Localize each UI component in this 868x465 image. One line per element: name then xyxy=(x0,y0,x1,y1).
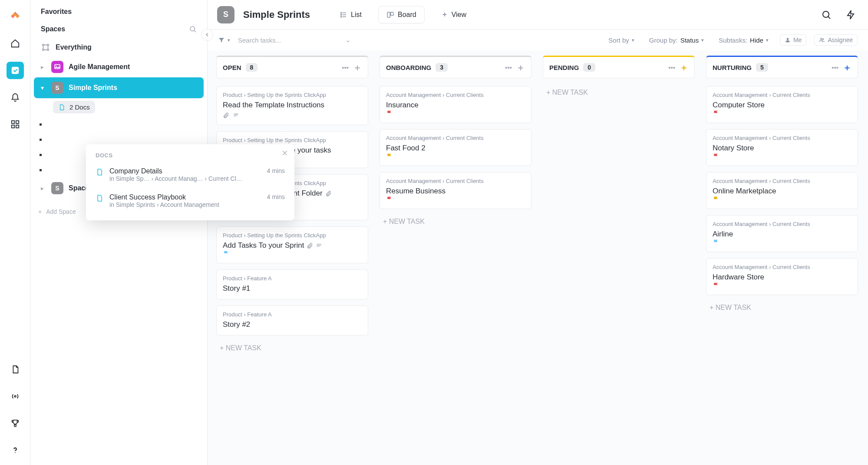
svg-point-22 xyxy=(822,39,824,40)
help-icon[interactable] xyxy=(7,442,24,459)
svg-point-21 xyxy=(821,38,822,40)
column-header[interactable]: OPEN8•••＋ xyxy=(216,56,368,78)
tasks-icon[interactable] xyxy=(7,62,24,79)
space-avatar: S xyxy=(51,82,63,94)
assignee-filter-button[interactable]: Assignee xyxy=(814,34,858,46)
group-by-button[interactable]: Group by: Status ▾ xyxy=(646,35,707,46)
tab-board[interactable]: Board xyxy=(378,6,425,23)
search-icon[interactable] xyxy=(818,7,834,23)
svg-rect-2 xyxy=(16,121,18,123)
chevron-down-icon: ▾ xyxy=(766,37,769,43)
notifications-icon[interactable] xyxy=(7,89,24,106)
card-title: Story #2 xyxy=(223,320,362,329)
task-card[interactable]: Product › Setting Up the Sprints ClickAp… xyxy=(216,226,368,263)
docs-icon[interactable] xyxy=(7,361,24,378)
svg-point-20 xyxy=(787,38,789,40)
search-icon[interactable] xyxy=(189,25,197,33)
subtasks-button[interactable]: Subtasks: Hide ▾ xyxy=(715,35,772,46)
docs-popover-item[interactable]: Client Success Playbookin Simple Sprints… xyxy=(86,189,294,215)
add-task-icon[interactable]: ＋ xyxy=(516,62,525,73)
card-breadcrumbs: Product › Setting Up the Sprints ClickAp… xyxy=(223,92,362,98)
task-card[interactable]: Account Management › Current ClientsHard… xyxy=(706,258,858,295)
attachment-icon xyxy=(325,190,332,197)
svg-point-19 xyxy=(823,11,829,17)
broadcast-icon[interactable] xyxy=(7,388,24,405)
doc-name: Client Success Playbook xyxy=(109,193,257,201)
tab-label: Board xyxy=(398,11,416,19)
column-title: PENDING xyxy=(549,64,579,71)
column-header[interactable]: ONBOARDING3•••＋ xyxy=(380,56,531,78)
new-task-button[interactable]: + NEW TASK xyxy=(380,215,531,228)
docs-popover-item[interactable]: Company Detailsin Simple Sp… › Account M… xyxy=(86,163,294,189)
favorites-heading[interactable]: Favorites xyxy=(30,0,207,21)
plus-icon: ＋ xyxy=(441,10,448,19)
sidebar-item-agile[interactable]: ▸ Agile Management xyxy=(34,56,204,77)
app-logo[interactable] xyxy=(7,8,24,25)
sort-by-button[interactable]: Sort by ▾ xyxy=(605,35,638,46)
sidebar-item-everything[interactable]: Everything xyxy=(34,38,204,56)
add-task-icon[interactable]: ＋ xyxy=(353,62,362,73)
new-task-button[interactable]: + NEW TASK xyxy=(216,342,368,355)
docs-popover-title: DOCS xyxy=(86,152,294,163)
space-avatar[interactable]: S xyxy=(217,6,234,23)
task-card[interactable]: Product › Feature AStory #2 xyxy=(216,306,368,335)
close-icon[interactable] xyxy=(281,149,288,156)
svg-point-15 xyxy=(341,14,342,15)
trophy-icon[interactable] xyxy=(7,415,24,432)
card-title: Online Marketplace xyxy=(713,187,851,196)
sidebar: Favorites Spaces Everything ▸ Agile Mana… xyxy=(30,0,208,465)
collapse-sidebar-button[interactable] xyxy=(201,29,213,41)
tab-list[interactable]: List xyxy=(332,7,370,23)
task-card[interactable]: Product › Feature AStory #1 xyxy=(216,269,368,299)
board-icon xyxy=(386,11,394,19)
add-task-icon[interactable]: ＋ xyxy=(680,62,688,73)
doc-time: 4 mins xyxy=(267,167,285,174)
doc-name: Company Details xyxy=(109,167,257,175)
task-card[interactable]: Account Management › Current ClientsComp… xyxy=(706,86,858,123)
sidebar-item-simple-sprints[interactable]: ▾ S Simple Sprints xyxy=(34,77,204,98)
priority-flag-icon xyxy=(386,110,525,116)
add-task-icon[interactable]: ＋ xyxy=(843,62,851,73)
column-menu-icon[interactable]: ••• xyxy=(832,64,838,71)
column-menu-icon[interactable]: ••• xyxy=(342,64,349,71)
card-title: Notary Store xyxy=(713,144,851,153)
svg-point-9 xyxy=(47,44,49,46)
column-header[interactable]: PENDING0•••＋ xyxy=(543,56,695,78)
task-card[interactable]: Account Management › Current ClientsResu… xyxy=(380,172,531,209)
new-task-button[interactable]: + NEW TASK xyxy=(543,86,695,99)
task-card[interactable]: Account Management › Current ClientsAirl… xyxy=(706,215,858,252)
doc-icon xyxy=(58,104,65,111)
automation-icon[interactable] xyxy=(843,7,858,23)
me-filter-button[interactable]: Me xyxy=(780,34,806,46)
new-task-button[interactable]: + NEW TASK xyxy=(706,301,858,314)
add-view-button[interactable]: ＋ View xyxy=(433,6,474,23)
folder-icon[interactable]: ▪ xyxy=(39,117,207,132)
doc-icon xyxy=(96,168,103,176)
column-menu-icon[interactable]: ••• xyxy=(505,64,512,71)
column-title: OPEN xyxy=(223,64,241,71)
spaces-heading[interactable]: Spaces xyxy=(41,25,65,33)
description-icon xyxy=(316,242,322,249)
task-card[interactable]: Account Management › Current ClientsOnli… xyxy=(706,172,858,209)
svg-point-10 xyxy=(43,49,44,51)
card-title: Airline xyxy=(713,230,851,239)
column-menu-icon[interactable]: ••• xyxy=(668,64,675,71)
task-card[interactable]: Account Management › Current ClientsInsu… xyxy=(380,86,531,123)
task-card[interactable]: Account Management › Current ClientsFast… xyxy=(380,129,531,166)
task-card[interactable]: Account Management › Current ClientsNota… xyxy=(706,129,858,166)
search-input[interactable]: Search tasks... ⌄ xyxy=(238,34,351,46)
topbar: S Simple Sprints List Board ＋ View xyxy=(208,0,868,30)
task-card[interactable]: Product › Setting Up the Sprints ClickAp… xyxy=(216,86,368,125)
priority-flag-icon xyxy=(386,153,525,159)
apps-icon[interactable] xyxy=(7,116,24,133)
filter-button[interactable]: ▾ xyxy=(218,37,230,43)
card-title: Fast Food 2 xyxy=(386,144,525,153)
column-header[interactable]: NURTURING5•••＋ xyxy=(706,56,858,78)
docs-popover: DOCS Company Detailsin Simple Sp… › Acco… xyxy=(86,144,294,220)
column-count: 8 xyxy=(246,63,258,72)
priority-flag-icon xyxy=(713,153,851,159)
home-icon[interactable] xyxy=(7,35,24,52)
card-title: Story #1 xyxy=(223,284,362,293)
docs-pill[interactable]: 2 Docs xyxy=(53,101,95,113)
svg-rect-4 xyxy=(16,125,18,128)
